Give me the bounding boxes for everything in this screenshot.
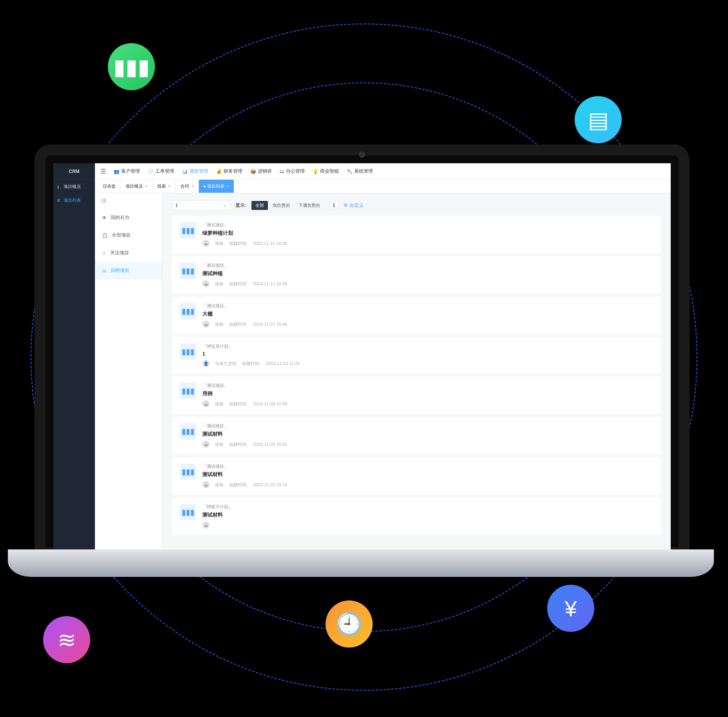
topnav-item-2[interactable]: 📊项目管理 xyxy=(182,168,208,175)
project-card[interactable]: ▮▮▮ 「测试项目」 大棚 ☁ 体验 创建时间: 2023-11-07 15:4… xyxy=(172,297,661,334)
count-value: 1 xyxy=(333,203,335,208)
project-owner: 体验 xyxy=(215,401,224,407)
project-card[interactable]: ▮▮▮ 「伊拉克计划」 1 👤 乌克兰总统 创建时间: 2023-11-03 1… xyxy=(172,337,661,373)
project-tag: 「伊拉克计划」 xyxy=(202,343,653,349)
owner-avatar-icon: ☁ xyxy=(202,240,209,247)
owner-avatar-icon: ☁ xyxy=(202,280,209,287)
search-input-wrap[interactable]: ⌕ xyxy=(172,200,230,210)
custom-label: 自定义 xyxy=(349,202,364,209)
topnav-item-3[interactable]: 💰财务管理 xyxy=(216,168,242,175)
tab-label: 线索 xyxy=(157,183,166,189)
card-body: 「测试项目」 绿萝种植计划 ☁ 体验 创建时间: 2023-11-11 15:3… xyxy=(202,222,653,247)
project-tag: 「测试项目」 xyxy=(202,463,653,469)
sidemenu-item-3[interactable]: 🗂归档项目 xyxy=(95,262,162,279)
project-meta: ☁ 体验 创建时间: 2023-11-03 11:20 xyxy=(202,400,653,407)
project-meta: ☁ 体验 创建时间: 2023-11-11 15:30 xyxy=(202,240,653,247)
topnav-item-0[interactable]: 👥客户管理 xyxy=(114,168,140,175)
owner-avatar-icon: ☁ xyxy=(202,400,209,407)
project-owner: 体验 xyxy=(215,442,224,447)
books-icon: ▮▮▮ xyxy=(180,504,196,520)
tab-label: 项目概况 xyxy=(126,183,143,189)
project-card[interactable]: ▮▮▮ 「测试项目」 绿萝种植计划 ☁ 体验 创建时间: 2023-11-11 … xyxy=(172,216,661,253)
nav-label: 商业智能 xyxy=(320,168,339,175)
books-icon: ▮▮▮ xyxy=(180,463,196,480)
tab-1[interactable]: 项目概况× xyxy=(121,180,153,193)
tab-label: 仪表盘 xyxy=(103,183,116,189)
tab-2[interactable]: 线索× xyxy=(153,180,176,193)
close-icon[interactable]: × xyxy=(145,184,147,188)
project-title: 1 xyxy=(202,351,653,357)
topnav-item-1[interactable]: 📄工单管理 xyxy=(148,168,174,175)
project-time: 2023-11-11 15:28 xyxy=(253,281,287,286)
project-tag: 「测试项目」 xyxy=(202,222,653,228)
books-icon: ▮▮▮ xyxy=(108,43,155,90)
nav-icon: 💡 xyxy=(313,169,318,174)
project-meta: ☁ 体验 创建时间: 2023-11-11 15:28 xyxy=(202,280,653,287)
nav-icon: 📄 xyxy=(148,169,154,174)
gear-icon: ⚙ xyxy=(344,203,348,208)
tab-4[interactable]: ● 项目列表× xyxy=(199,180,235,193)
topnav-item-5[interactable]: 🗂办公管理 xyxy=(280,168,305,175)
rail-item-1[interactable]: ≣项目列表 xyxy=(53,193,95,207)
time-label: 创建时间: xyxy=(242,361,260,367)
owner-avatar-icon: ☁ xyxy=(202,481,209,488)
books-icon: ▮▮▮ xyxy=(180,343,196,360)
nav-label: 进销存 xyxy=(258,168,272,175)
topnav-item-6[interactable]: 💡商业智能 xyxy=(313,168,339,175)
nav-label: 项目管理 xyxy=(189,168,208,175)
tab-0[interactable]: 仪表盘 xyxy=(98,180,121,193)
project-tag: 「测试项目」 xyxy=(202,263,653,268)
filter-chip-1[interactable]: 我负责的 xyxy=(269,201,294,210)
rail-item-0[interactable]: ⫿项目概况 xyxy=(53,180,95,193)
project-card[interactable]: ▮▮▮ 「阿富汗计划」 测试材料 ☁ xyxy=(172,498,661,535)
project-meta: ☁ 体验 创建时间: 2023-11-07 15:44 xyxy=(202,321,653,328)
custom-filter-link[interactable]: ⚙ 自定义 xyxy=(344,202,364,209)
rail-item-label: 项目概况 xyxy=(64,184,81,190)
tab-bar: 仪表盘项目概况×线索×合同×● 项目列表× xyxy=(95,180,671,193)
rail-item-icon: ⫿ xyxy=(56,184,61,189)
nav-label: 客户管理 xyxy=(121,168,140,175)
project-time: 2023-11-11 15:30 xyxy=(253,241,287,246)
project-card[interactable]: ▮▮▮ 「测试项目」 测试种植 ☁ 体验 创建时间: 2023-11-11 15… xyxy=(172,256,661,294)
filter-chip-2[interactable]: 下属负责的 xyxy=(295,201,324,210)
card-body: 「伊拉克计划」 1 👤 乌克兰总统 创建时间: 2023-11-03 11:51 xyxy=(202,343,653,367)
main-area: ☰ 👥客户管理📄工单管理📊项目管理💰财务管理📦进销存🗂办公管理💡商业智能🔧系统管… xyxy=(95,163,671,558)
topnav-item-7[interactable]: 🔧系统管理 xyxy=(347,168,373,175)
close-icon[interactable]: × xyxy=(191,184,194,188)
project-meta: ☁ 体验 创建时间: 2023-11-02 19:14 xyxy=(202,481,653,488)
project-card[interactable]: ▮▮▮ 「测试项目」 测试材料 ☁ 体验 创建时间: 2023-11-02 19… xyxy=(172,457,661,494)
search-input[interactable] xyxy=(175,203,221,208)
sidemenu-item-icon: 👁 xyxy=(102,215,107,221)
layout-toggle-icon[interactable]: ☰ xyxy=(100,168,106,175)
project-card[interactable]: ▮▮▮ 「测试项目」 用例 ☁ 体验 创建时间: 2023-11-03 11:2… xyxy=(172,376,661,414)
books-icon: ▮▮▮ xyxy=(180,263,196,279)
sidemenu-item-1[interactable]: 📋全部项目 xyxy=(95,226,162,244)
nav-icon: 👥 xyxy=(114,169,120,174)
project-title: 大棚 xyxy=(202,310,653,317)
topnav-item-4[interactable]: 📦进销存 xyxy=(250,168,272,175)
tab-label: ● 项目列表 xyxy=(204,183,225,189)
display-label: 显示: xyxy=(235,202,246,209)
project-title: 绿萝种植计划 xyxy=(202,230,653,237)
project-title: 测试材料 xyxy=(202,471,653,478)
owner-avatar-icon: ☁ xyxy=(202,321,209,328)
sidemenu-item-2[interactable]: ☆关注项目 xyxy=(95,244,162,262)
count-box: 1 xyxy=(329,201,338,209)
filter-chip-0[interactable]: 全部 xyxy=(251,201,268,210)
search-icon[interactable]: ⌕ xyxy=(224,203,226,208)
tab-3[interactable]: 合同× xyxy=(176,180,199,193)
sidemenu-item-label: 我的在办 xyxy=(111,214,129,221)
layers-icon: ≋ xyxy=(43,616,90,663)
card-body: 「阿富汗计划」 测试材料 ☁ xyxy=(202,504,653,529)
card-body: 「测试项目」 测试材料 ☁ 体验 创建时间: 2023-11-02 19:31 xyxy=(202,423,653,448)
sidemenu-item-0[interactable]: 👁我的在办 xyxy=(95,209,162,226)
books-icon: ▮▮▮ xyxy=(180,423,196,440)
owner-avatar-icon: 👤 xyxy=(202,360,209,367)
close-icon[interactable]: × xyxy=(227,184,229,188)
project-card[interactable]: ▮▮▮ 「测试项目」 测试材料 ☁ 体验 创建时间: 2023-11-02 19… xyxy=(172,417,661,454)
project-tag: 「测试项目」 xyxy=(202,303,653,309)
nav-label: 系统管理 xyxy=(354,168,373,175)
project-title: 测试材料 xyxy=(202,511,653,518)
close-icon[interactable]: × xyxy=(168,184,171,188)
sidemenu-collapse[interactable]: ⟨☰ xyxy=(95,193,162,209)
